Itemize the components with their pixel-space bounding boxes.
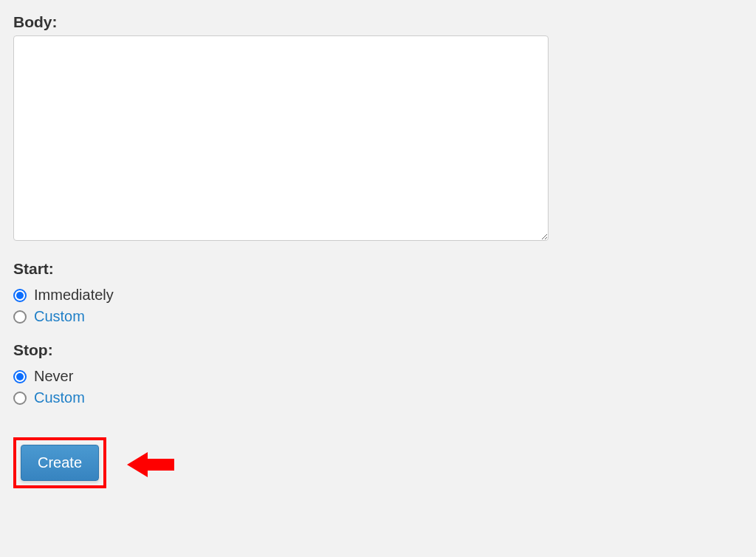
stop-radio-group: Never Custom (13, 368, 743, 406)
action-area: Create (13, 437, 743, 488)
stop-label: Stop: (13, 341, 743, 359)
highlight-annotation: Create (13, 437, 106, 488)
body-field-group: Body: (13, 13, 743, 244)
body-textarea[interactable] (13, 35, 549, 241)
start-radio-custom-label[interactable]: Custom (34, 308, 85, 325)
svg-marker-0 (127, 452, 174, 477)
stop-field-group: Stop: Never Custom (13, 341, 743, 406)
start-radio-group: Immediately Custom (13, 287, 743, 325)
stop-radio-never-label[interactable]: Never (34, 368, 73, 385)
start-field-group: Start: Immediately Custom (13, 260, 743, 325)
start-option-immediately: Immediately (13, 287, 743, 304)
body-label: Body: (13, 13, 743, 31)
arrow-annotation-icon (127, 449, 171, 477)
stop-radio-never[interactable] (13, 370, 27, 383)
stop-radio-custom-label[interactable]: Custom (34, 389, 85, 406)
create-button[interactable]: Create (21, 445, 99, 481)
start-label: Start: (13, 260, 743, 278)
start-radio-immediately-label[interactable]: Immediately (34, 287, 114, 304)
stop-option-custom: Custom (13, 389, 743, 406)
stop-option-never: Never (13, 368, 743, 385)
start-option-custom: Custom (13, 308, 743, 325)
stop-radio-custom[interactable] (13, 392, 27, 405)
start-radio-immediately[interactable] (13, 289, 27, 302)
start-radio-custom[interactable] (13, 310, 27, 324)
